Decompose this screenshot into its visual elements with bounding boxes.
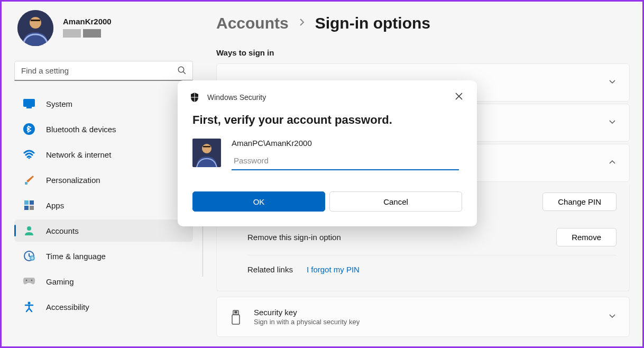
svg-line-4 <box>183 71 186 74</box>
svg-rect-2 <box>31 20 40 21</box>
bluetooth-icon <box>23 123 35 135</box>
svg-point-8 <box>29 158 30 159</box>
sidebar-item-accessibility[interactable]: Accessibility <box>14 296 193 318</box>
chevron-down-icon <box>608 77 617 88</box>
sidebar-item-gaming[interactable]: Gaming <box>14 270 193 292</box>
dialog-avatar <box>192 139 221 167</box>
svg-rect-21 <box>232 315 240 324</box>
security-key-title: Security key <box>254 308 360 317</box>
sidebar-item-label: Accounts <box>46 226 79 235</box>
svg-point-7 <box>23 123 35 135</box>
profile-username: AmanKr2000 <box>63 17 112 26</box>
breadcrumb-current: Sign-in options <box>315 14 430 32</box>
close-icon[interactable] <box>453 90 465 105</box>
accessibility-icon <box>23 300 35 313</box>
sidebar-item-label: Network & internet <box>46 150 111 159</box>
gamepad-icon <box>23 275 35 288</box>
usb-key-icon <box>229 309 244 324</box>
svg-rect-9 <box>25 182 27 185</box>
system-icon <box>23 97 35 110</box>
sidebar-item-label: Personalization <box>46 176 100 185</box>
svg-rect-6 <box>26 107 32 108</box>
apps-icon <box>23 199 35 212</box>
sidebar-item-label: Apps <box>46 201 64 210</box>
security-key-desc: Sign in with a physical security key <box>254 318 360 326</box>
windows-security-dialog: Windows Security First, verify your acco… <box>178 80 477 226</box>
wifi-icon <box>23 148 35 161</box>
sidebar-item-label: Accessibility <box>46 303 89 312</box>
sidebar-nav: System Bluetooth & devices Network & int… <box>14 93 193 321</box>
svg-rect-12 <box>24 206 29 210</box>
svg-point-14 <box>27 226 31 231</box>
svg-rect-11 <box>30 200 34 205</box>
sidebar-item-label: Bluetooth & devices <box>46 125 116 134</box>
breadcrumb-parent[interactable]: Accounts <box>216 14 289 32</box>
dialog-heading: First, verify your account password. <box>192 113 462 127</box>
password-input[interactable] <box>232 152 459 170</box>
sidebar-item-label: System <box>46 99 72 108</box>
ok-button[interactable]: OK <box>192 191 325 212</box>
sidebar-item-accounts[interactable]: Accounts <box>14 219 193 242</box>
svg-point-19 <box>28 302 31 305</box>
svg-rect-22 <box>235 312 236 313</box>
chevron-down-icon <box>608 117 617 128</box>
obscured-text <box>63 29 81 38</box>
search-input[interactable] <box>14 61 193 81</box>
profile-block[interactable]: AmanKr2000 <box>14 10 193 46</box>
section-heading: Ways to sign in <box>216 48 630 57</box>
sidebar-item-label: Gaming <box>46 277 74 286</box>
breadcrumb: Accounts Sign-in options <box>216 14 630 32</box>
svg-rect-26 <box>203 146 210 148</box>
obscured-text <box>83 29 101 38</box>
dialog-account-name: AmanPC\AmanKr2000 <box>232 139 462 148</box>
svg-rect-10 <box>24 200 29 205</box>
svg-rect-23 <box>236 312 237 313</box>
sidebar-item-label: Time & language <box>46 252 106 261</box>
signin-option-security-key[interactable]: Security key Sign in with a physical sec… <box>216 297 630 337</box>
svg-point-1 <box>30 17 41 29</box>
svg-rect-5 <box>23 99 35 107</box>
svg-point-17 <box>26 280 27 281</box>
remove-signin-label: Remove this sign-in option <box>247 233 341 242</box>
person-icon <box>23 224 35 237</box>
svg-point-3 <box>178 67 184 72</box>
chevron-up-icon <box>608 158 617 168</box>
sidebar-item-bluetooth[interactable]: Bluetooth & devices <box>14 118 193 140</box>
search-box <box>14 61 193 81</box>
search-icon <box>177 66 187 77</box>
remove-button[interactable]: Remove <box>556 228 617 246</box>
chevron-down-icon <box>608 312 617 322</box>
sidebar-item-time-language[interactable]: Time & language <box>14 245 193 267</box>
shield-icon <box>189 92 200 103</box>
chevron-right-icon <box>298 17 306 30</box>
avatar <box>17 10 53 46</box>
sidebar-item-apps[interactable]: Apps <box>14 194 193 216</box>
related-links-label: Related links <box>247 265 293 274</box>
dialog-title: Windows Security <box>207 93 266 102</box>
sidebar-item-personalization[interactable]: Personalization <box>14 169 193 191</box>
svg-point-25 <box>202 144 211 153</box>
svg-rect-13 <box>30 206 34 210</box>
svg-point-18 <box>31 280 32 281</box>
clock-icon <box>23 250 35 262</box>
paintbrush-icon <box>23 173 35 186</box>
sidebar-item-network[interactable]: Network & internet <box>14 143 193 166</box>
change-pin-button[interactable]: Change PIN <box>542 193 617 211</box>
sidebar-item-system[interactable]: System <box>14 93 193 115</box>
cancel-button[interactable]: Cancel <box>329 191 462 212</box>
forgot-pin-link[interactable]: I forgot my PIN <box>307 265 360 274</box>
